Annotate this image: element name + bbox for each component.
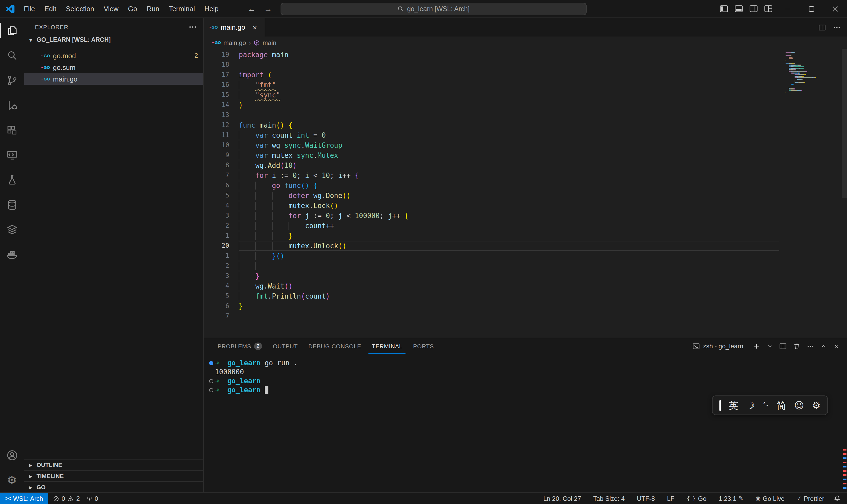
code-line[interactable]: 14) [204,100,847,110]
terminal-instance-label[interactable]: zsh - go_learn [692,343,743,350]
testing-icon[interactable] [0,167,24,192]
terminal-content[interactable]: ➜ go_learn go run .1000000➜ go_learn➜ go… [204,354,847,492]
menu-selection[interactable]: Selection [61,0,99,17]
ports-status[interactable]: 0 [84,495,101,502]
code-line[interactable]: 6} [204,301,847,311]
menu-go[interactable]: Go [123,0,142,17]
terminal-line[interactable]: ➜ go_learn [208,376,847,385]
code-line[interactable]: 2 count++ [204,221,847,231]
code-line[interactable]: 15 "sync" [204,90,847,100]
kill-terminal-icon[interactable] [793,343,800,350]
remote-explorer-icon[interactable] [0,142,24,167]
maximize-button[interactable] [799,0,823,18]
minimap[interactable] [786,52,839,95]
terminal-line[interactable]: 1000000 [208,367,847,376]
code-line[interactable]: 4 wg.Wait() [204,281,847,291]
code-line[interactable]: 8 wg.Add(10) [204,160,847,170]
status-encoding[interactable]: UTF-8 [634,495,657,502]
toggle-sidebar-icon[interactable] [716,0,731,18]
file-go.sum[interactable]: ~GOgo.sum [24,61,203,73]
extensions-icon[interactable] [0,118,24,142]
editor-more-actions-icon[interactable] [833,23,841,31]
ime-simplified-chinese-icon[interactable]: 简 [777,400,786,410]
toggle-panel-icon[interactable] [731,0,746,18]
database-icon[interactable] [0,192,24,217]
breadcrumb-symbol[interactable]: main [263,39,276,46]
new-terminal-icon[interactable] [753,343,760,350]
code-line[interactable]: 20 mutex.Unlock() [204,241,847,251]
toggle-secondary-sidebar-icon[interactable] [746,0,761,18]
panel-tab-problems[interactable]: PROBLEMS2 [214,339,266,354]
code-line[interactable]: 10 var wg sync.WaitGroup [204,140,847,150]
settings-gear-icon[interactable]: ⚙ [0,467,24,492]
breadcrumb-file[interactable]: main.go [223,39,246,46]
panel-tab-ports[interactable]: PORTS [410,339,437,354]
code-line[interactable]: 3 for j := 0; j < 100000; j++ { [204,211,847,221]
panel-tab-debug-console[interactable]: DEBUG CONSOLE [305,339,364,354]
code-line[interactable]: 4 mutex.Lock() [204,201,847,211]
sidebar-section-timeline[interactable]: ▸TIMELINE [24,470,203,481]
code-line[interactable]: 13 [204,110,847,120]
terminal-command-decoration[interactable] [208,388,215,392]
editor-scrollbar[interactable] [842,49,847,198]
menu-file[interactable]: File [19,0,40,17]
code-line[interactable]: 7 [204,311,847,321]
forward-arrow-icon[interactable]: → [264,4,272,13]
tab-main-go[interactable]: ~GO main.go × [204,18,265,37]
terminal-command-decoration[interactable] [208,361,215,365]
terminal-line[interactable]: ➜ go_learn [208,385,847,394]
explorer-icon[interactable] [0,18,24,43]
status-cursor-position[interactable]: Ln 20, Col 27 [540,495,584,502]
customize-layout-icon[interactable] [761,0,776,18]
status-go-version[interactable]: 1.23.1✎ [716,495,746,502]
command-center-search[interactable]: go_learn [WSL: Arch] [281,3,587,15]
code-line[interactable]: 3 } [204,271,847,281]
problems-status[interactable]: 0 2 [51,495,83,502]
status-language-mode[interactable]: { }Go [684,495,709,502]
run-and-debug-icon[interactable] [0,93,24,118]
search-sidebar-icon[interactable] [0,43,24,68]
status-eol[interactable]: LF [664,495,677,502]
code-line[interactable]: 2 [204,261,847,271]
status-go-live[interactable]: ◉Go Live [753,495,787,502]
code-line[interactable]: 12func main() { [204,120,847,130]
split-editor-icon[interactable] [818,23,826,31]
ime-half-width-icon[interactable]: ☽ [746,400,755,410]
code-line[interactable]: 5 defer wg.Done() [204,191,847,201]
sidebar-section-outline[interactable]: ▸OUTLINE [24,459,203,470]
code-line[interactable]: 18 [204,60,847,70]
code-line[interactable]: 5 fmt.Println(count) [204,291,847,301]
accounts-icon[interactable] [0,443,24,467]
close-panel-icon[interactable] [833,343,840,349]
split-terminal-icon[interactable] [779,343,787,350]
status-indentation[interactable]: Tab Size: 4 [591,495,627,502]
file-main.go[interactable]: ~GOmain.go [24,73,203,85]
back-arrow-icon[interactable]: ← [248,4,256,13]
terminal-command-decoration[interactable] [208,379,215,383]
status-prettier[interactable]: ✓Prettier [794,495,827,502]
menu-help[interactable]: Help [200,0,223,17]
code-line[interactable]: 1 } [204,231,847,241]
ime-punctuation-icon[interactable]: ’· [762,400,769,410]
code-line[interactable]: 16 "fmt" [204,80,847,90]
minimize-button[interactable] [776,0,799,18]
code-line[interactable]: 7 for i := 0; i < 10; i++ { [204,170,847,181]
remote-indicator[interactable]: >< WSL: Arch [0,493,49,504]
code-line[interactable]: 17import ( [204,70,847,80]
layers-icon[interactable] [0,217,24,242]
code-line[interactable]: 11 var count int = 0 [204,130,847,140]
terminal-dropdown-icon[interactable] [767,343,773,349]
panel-tab-terminal[interactable]: TERMINAL [369,339,406,354]
notifications-bell-icon[interactable] [834,495,841,502]
workspace-section-header[interactable]: ▾ GO_LEARN [WSL: ARCH] [24,34,203,46]
code-line[interactable]: 6 go func() { [204,181,847,191]
ime-emoji-icon[interactable]: ☺ [794,400,804,410]
menu-run[interactable]: Run [142,0,164,17]
source-control-icon[interactable] [0,68,24,93]
explorer-more-actions-icon[interactable] [188,23,197,31]
terminal-line[interactable]: ➜ go_learn go run . [208,358,847,367]
ime-settings-icon[interactable]: ⚙ [812,400,821,410]
code-line[interactable]: 19package main [204,50,847,60]
docker-icon[interactable] [0,242,24,267]
panel-more-actions-icon[interactable] [807,343,814,350]
